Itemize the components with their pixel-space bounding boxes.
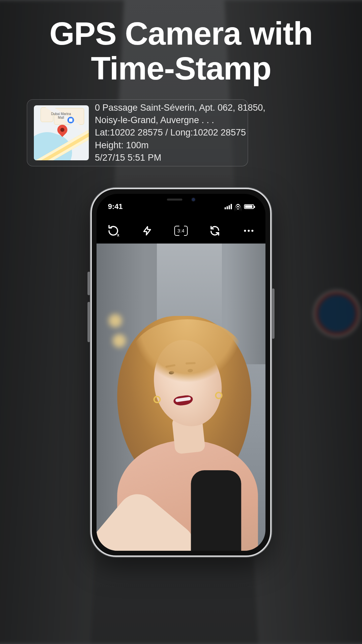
cellular-signal-icon — [225, 204, 232, 209]
location-coordinates: Lat:10202 28575 / Long:10202 28575 — [95, 126, 265, 139]
more-icon — [244, 230, 253, 232]
aspect-ratio-label: 3:4 — [178, 228, 185, 233]
status-time: 9:41 — [108, 202, 123, 211]
phone-volume-button — [87, 302, 90, 342]
svg-marker-0 — [144, 227, 150, 235]
subject-portrait — [104, 296, 265, 551]
aspect-ratio-icon: 3:4 — [174, 226, 188, 236]
camera-switch-button[interactable] — [207, 223, 222, 238]
flash-button[interactable] — [140, 223, 155, 238]
hero-title-line2: Time-Stamp — [91, 50, 271, 86]
map-poi-icon — [67, 117, 74, 123]
location-address-line2: Noisy-le-Grand, Auvergne . . . — [95, 114, 265, 126]
camera-viewfinder[interactable] — [97, 244, 265, 551]
timer-button[interactable]: x — [106, 223, 121, 238]
more-options-button[interactable] — [241, 223, 256, 238]
location-height: Height: 100m — [95, 139, 265, 152]
phone-power-button — [272, 288, 275, 339]
camera-toolbar: x 3:4 — [97, 218, 265, 244]
phone-mockup: 9:41 x — [90, 188, 272, 557]
app-promo-screen: GPS Camera with Time-Stamp Dubai Marina … — [0, 0, 362, 644]
location-datetime: 5/27/15 5:51 PM — [95, 152, 265, 164]
phone-notch — [147, 194, 215, 205]
location-text-block: 0 Passage Saint-Séverin, Apt. 062, 81850… — [95, 102, 265, 164]
camera-switch-icon — [209, 225, 221, 236]
location-info-card: Dubai Marina Mall 0 Passage Saint-Séveri… — [27, 99, 248, 166]
map-thumbnail: Dubai Marina Mall — [34, 105, 89, 160]
battery-icon — [244, 204, 254, 209]
flash-icon — [142, 225, 152, 237]
hero-title: GPS Camera with Time-Stamp — [0, 16, 362, 86]
location-address-line1: 0 Passage Saint-Séverin, Apt. 062, 81850… — [95, 102, 265, 114]
wifi-icon — [235, 204, 241, 209]
phone-volume-button — [87, 272, 90, 295]
hero-title-line1: GPS Camera with — [49, 15, 312, 51]
aspect-ratio-button[interactable]: 3:4 — [174, 223, 188, 238]
phone-screen: 9:41 x — [97, 194, 265, 551]
